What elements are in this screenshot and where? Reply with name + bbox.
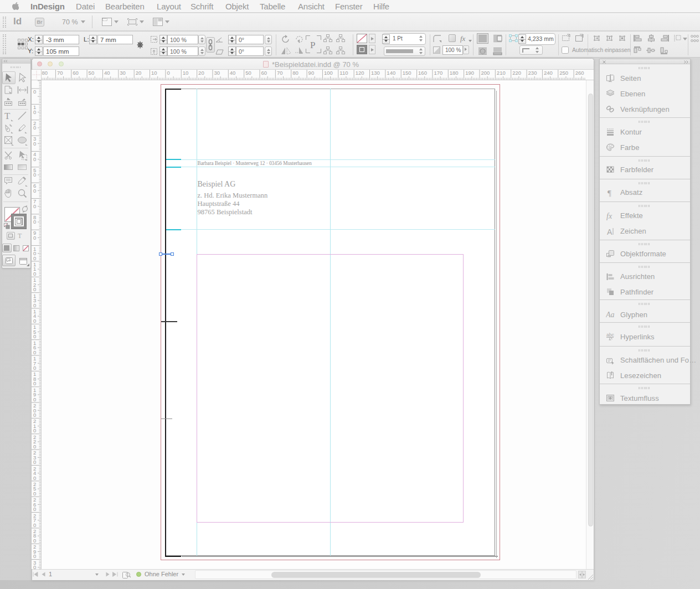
svg-text:0: 0 xyxy=(33,412,36,418)
svg-text:30: 30 xyxy=(120,70,126,76)
svg-text:0: 0 xyxy=(33,380,36,386)
svg-text:0: 0 xyxy=(33,427,36,433)
svg-text:abc: abc xyxy=(606,332,614,338)
svg-text:20: 20 xyxy=(198,70,204,76)
svg-text:100: 100 xyxy=(324,70,333,76)
svg-text:0: 0 xyxy=(33,89,36,95)
svg-text:160: 160 xyxy=(418,70,427,76)
svg-text:Aa: Aa xyxy=(606,311,615,319)
svg-text:60: 60 xyxy=(73,70,79,76)
svg-text:0: 0 xyxy=(33,188,36,194)
svg-text:0: 0 xyxy=(33,219,36,225)
svg-text:¶: ¶ xyxy=(608,189,611,197)
svg-text:170: 170 xyxy=(434,70,442,76)
svg-text:0: 0 xyxy=(33,443,36,450)
svg-text:fx: fx xyxy=(606,212,612,220)
svg-text:200: 200 xyxy=(481,70,490,76)
svg-text:0: 0 xyxy=(33,553,36,559)
svg-text:0: 0 xyxy=(33,349,36,355)
svg-text:120: 120 xyxy=(356,70,364,76)
svg-text:0: 0 xyxy=(33,156,36,162)
svg-text:140: 140 xyxy=(387,70,395,76)
svg-text:0: 0 xyxy=(33,172,36,178)
svg-text:130: 130 xyxy=(371,70,380,76)
svg-text:0: 0 xyxy=(33,333,36,339)
svg-text:150: 150 xyxy=(403,70,411,76)
svg-text:0: 0 xyxy=(33,286,36,292)
svg-text:0: 0 xyxy=(33,318,36,324)
svg-text:50: 50 xyxy=(245,70,251,76)
svg-text:40: 40 xyxy=(230,70,236,76)
svg-text:0: 0 xyxy=(33,109,36,115)
svg-text:0: 0 xyxy=(33,141,36,147)
svg-text:0: 0 xyxy=(33,459,36,465)
svg-text:110: 110 xyxy=(339,70,348,76)
svg-text:30: 30 xyxy=(214,70,220,76)
svg-text:210: 210 xyxy=(497,70,506,76)
svg-text:240: 240 xyxy=(544,70,553,76)
svg-text:10: 10 xyxy=(183,70,189,76)
svg-text:0: 0 xyxy=(33,302,36,308)
svg-text:T: T xyxy=(4,111,11,121)
svg-text:P: P xyxy=(310,40,315,50)
svg-text:220: 220 xyxy=(512,70,521,76)
svg-text:250: 250 xyxy=(559,70,568,76)
svg-text:260: 260 xyxy=(575,70,584,76)
svg-text:0: 0 xyxy=(33,125,36,131)
svg-text:0: 0 xyxy=(167,70,169,76)
svg-text:0: 0 xyxy=(33,506,36,512)
svg-text:70: 70 xyxy=(57,70,63,76)
svg-text:80: 80 xyxy=(42,70,48,76)
svg-text:190: 190 xyxy=(465,70,474,76)
svg-text:50: 50 xyxy=(89,70,95,76)
svg-text:0: 0 xyxy=(33,365,36,371)
svg-text:90: 90 xyxy=(308,70,315,76)
svg-text:0: 0 xyxy=(33,255,36,261)
svg-text:0: 0 xyxy=(33,396,36,402)
svg-text:40: 40 xyxy=(104,70,110,76)
svg-text:70: 70 xyxy=(277,70,283,76)
svg-text:0: 0 xyxy=(33,203,36,209)
svg-text:0: 0 xyxy=(33,271,36,277)
svg-text:60: 60 xyxy=(261,70,267,76)
svg-text:80: 80 xyxy=(292,70,298,76)
svg-text:0: 0 xyxy=(33,522,36,528)
svg-text:20: 20 xyxy=(136,70,142,76)
svg-text:0: 0 xyxy=(33,490,36,497)
svg-text:0: 0 xyxy=(33,475,36,481)
svg-text:10: 10 xyxy=(151,70,157,76)
svg-text:0: 0 xyxy=(33,235,36,241)
svg-text:180: 180 xyxy=(450,70,459,76)
svg-text:0: 0 xyxy=(33,538,36,544)
svg-text:230: 230 xyxy=(528,70,537,76)
svg-text:A: A xyxy=(607,227,612,236)
